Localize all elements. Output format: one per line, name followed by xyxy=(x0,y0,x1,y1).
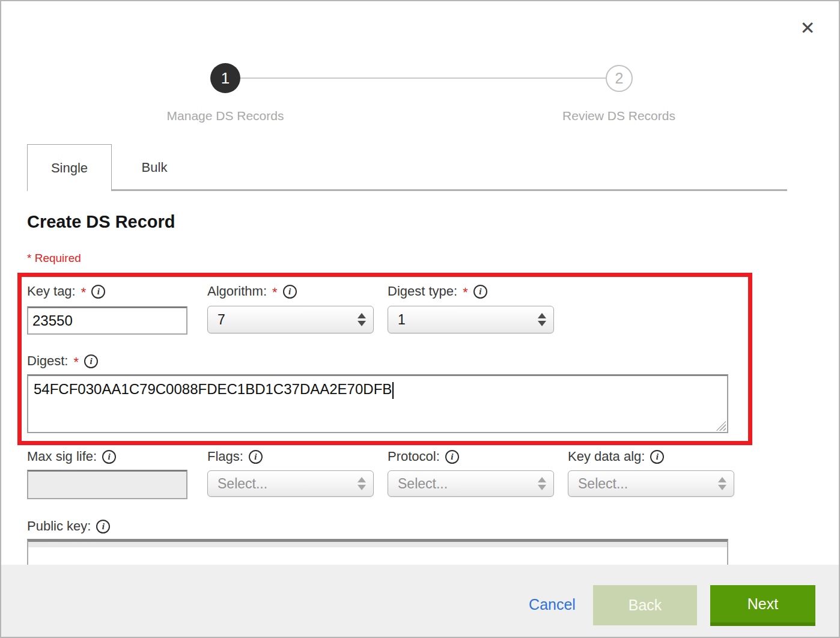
next-button[interactable]: Next xyxy=(710,585,815,626)
info-icon[interactable]: i xyxy=(249,450,263,464)
select-stepper-icon xyxy=(718,477,726,490)
protocol-select[interactable]: Select... xyxy=(388,470,554,497)
select-stepper-icon xyxy=(358,477,366,490)
digest-label-row: Digest: * i xyxy=(27,353,98,369)
step-2-label: Review DS Records xyxy=(523,109,715,123)
required-note: * Required xyxy=(27,252,81,265)
info-icon[interactable]: i xyxy=(473,285,487,299)
max-sig-life-label-row: Max sig life: i xyxy=(27,448,116,465)
tab-single[interactable]: Single xyxy=(27,144,112,191)
digest-label: Digest: xyxy=(27,353,68,369)
required-asterisk: * xyxy=(272,285,278,300)
digest-type-label-row: Digest type: * i xyxy=(388,283,487,300)
select-stepper-icon xyxy=(538,313,546,326)
info-icon[interactable]: i xyxy=(91,285,105,299)
tab-bulk[interactable]: Bulk xyxy=(112,144,196,191)
digest-type-label: Digest type: xyxy=(388,284,457,299)
protocol-selected-value: Select... xyxy=(388,476,448,492)
close-icon[interactable]: ✕ xyxy=(793,13,822,42)
max-sig-life-input[interactable] xyxy=(27,470,187,499)
flags-label: Flags: xyxy=(207,449,243,464)
info-icon[interactable]: i xyxy=(84,354,98,368)
resize-grip-icon[interactable] xyxy=(716,421,726,431)
step-1-label: Manage DS Records xyxy=(129,109,321,123)
public-key-label-row: Public key: i xyxy=(27,518,110,535)
algorithm-label-row: Algorithm: * i xyxy=(207,283,297,300)
dialog-footer: Cancel Back Next xyxy=(1,565,839,638)
public-key-label: Public key: xyxy=(27,518,91,534)
back-button[interactable]: Back xyxy=(593,585,697,625)
key-tag-input[interactable] xyxy=(27,306,187,335)
step-connector-line xyxy=(240,77,607,79)
step-2-indicator: 2 xyxy=(606,65,633,92)
flags-label-row: Flags: i xyxy=(207,448,263,465)
info-icon[interactable]: i xyxy=(445,450,459,464)
key-tag-label: Key tag: xyxy=(27,284,76,299)
key-tag-label-row: Key tag: * i xyxy=(27,283,105,300)
step-1-indicator: 1 xyxy=(210,63,240,93)
digest-type-select[interactable]: 1 xyxy=(388,306,554,333)
info-icon[interactable]: i xyxy=(96,520,110,533)
create-ds-record-dialog: ✕ 1 2 Manage DS Records Review DS Record… xyxy=(0,0,840,638)
key-data-alg-label-row: Key data alg: i xyxy=(568,448,664,465)
key-data-alg-selected-value: Select... xyxy=(568,476,628,492)
key-data-alg-label: Key data alg: xyxy=(568,449,645,464)
info-icon[interactable]: i xyxy=(102,450,116,464)
required-asterisk: * xyxy=(463,285,468,300)
select-stepper-icon xyxy=(538,477,546,490)
flags-select[interactable]: Select... xyxy=(207,470,374,497)
cancel-button[interactable]: Cancel xyxy=(513,596,591,613)
required-asterisk: * xyxy=(73,354,79,370)
protocol-label: Protocol: xyxy=(388,449,440,464)
digest-type-selected-value: 1 xyxy=(388,312,406,328)
digest-value: 54FCF030AA1C79C0088FDEC1BD1C37DAA2E70DFB xyxy=(34,381,392,397)
info-icon[interactable]: i xyxy=(283,285,297,299)
algorithm-selected-value: 7 xyxy=(208,312,225,328)
protocol-label-row: Protocol: i xyxy=(388,448,459,465)
page-title: Create DS Record xyxy=(27,212,175,232)
public-key-textarea[interactable] xyxy=(27,539,728,565)
algorithm-select[interactable]: 7 xyxy=(207,306,374,333)
required-asterisk: * xyxy=(81,285,87,300)
key-data-alg-select[interactable]: Select... xyxy=(568,470,734,497)
info-icon[interactable]: i xyxy=(650,450,664,464)
select-stepper-icon xyxy=(358,313,366,326)
text-caret xyxy=(392,382,394,399)
digest-textarea[interactable]: 54FCF030AA1C79C0088FDEC1BD1C37DAA2E70DFB xyxy=(27,374,728,433)
flags-selected-value: Select... xyxy=(208,476,267,492)
algorithm-label: Algorithm: xyxy=(207,284,267,299)
max-sig-life-label: Max sig life: xyxy=(27,449,97,464)
